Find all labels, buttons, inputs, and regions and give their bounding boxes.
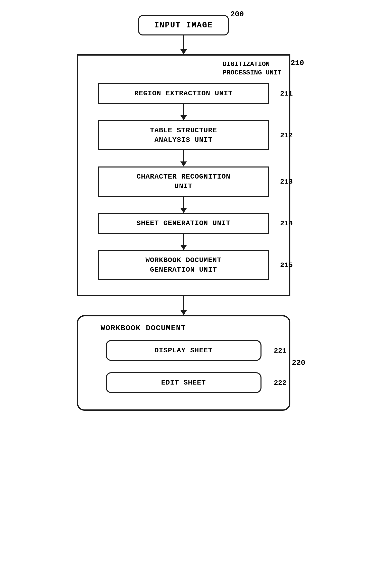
arrow-line-3 xyxy=(183,150,184,161)
unit-215-label: WORKBOOK DOCUMENTGENERATION UNIT xyxy=(145,256,222,274)
arrow-2 xyxy=(180,104,187,120)
input-image-wrapper: INPUT IMAGE 200 xyxy=(138,15,229,35)
unit-213-wrapper: CHARACTER RECOGNITIONUNIT 213 xyxy=(98,166,269,197)
unit-214-box: SHEET GENERATION UNIT xyxy=(98,213,269,234)
unit-211-label: REGION EXTRACTION UNIT xyxy=(134,90,233,97)
unit-212-box: TABLE STRUCTUREANALYSIS UNIT xyxy=(98,120,269,150)
digitization-label: DIGITIZATIONPROCESSING UNIT xyxy=(223,60,281,77)
arrow-head-4 xyxy=(180,208,187,213)
arrow-line-6 xyxy=(183,296,184,310)
unit-212-label: TABLE STRUCTUREANALYSIS UNIT xyxy=(150,127,217,144)
unit-211-wrapper: REGION EXTRACTION UNIT 211 xyxy=(98,83,269,104)
arrow-3 xyxy=(180,150,187,166)
unit-211-box: REGION EXTRACTION UNIT xyxy=(98,83,269,104)
arrow-4 xyxy=(180,197,187,213)
workbook-document-title: WORKBOOK DOCUMENT xyxy=(101,324,186,332)
unit-215-wrapper: WORKBOOK DOCUMENTGENERATION UNIT 215 xyxy=(98,250,269,280)
ref-222: 222 xyxy=(274,379,286,387)
arrow-line-5 xyxy=(183,234,184,245)
sheet-221-box: DISPLAY SHEET xyxy=(106,340,261,361)
arrow-6 xyxy=(180,296,187,315)
digitization-box: DIGITIZATIONPROCESSING UNIT REGION EXTRA… xyxy=(77,54,290,296)
arrow-head-5 xyxy=(180,245,187,250)
ref-212: 212 xyxy=(280,131,293,139)
arrow-head-6 xyxy=(180,310,187,315)
arrow-head-1 xyxy=(180,49,187,54)
arrow-5 xyxy=(180,234,187,250)
workbook-document-wrapper: WORKBOOK DOCUMENT DISPLAY SHEET 221 EDIT… xyxy=(77,315,290,411)
workbook-document-box: WORKBOOK DOCUMENT DISPLAY SHEET 221 EDIT… xyxy=(77,315,290,411)
arrow-head-3 xyxy=(180,161,187,166)
input-image-box: INPUT IMAGE xyxy=(138,15,229,35)
ref-220: 220 xyxy=(292,359,305,367)
ref-210: 210 xyxy=(290,59,304,67)
digitization-label-text: DIGITIZATIONPROCESSING UNIT xyxy=(223,60,281,76)
ref-213: 213 xyxy=(280,178,293,186)
unit-214-wrapper: SHEET GENERATION UNIT 214 xyxy=(98,213,269,234)
unit-213-label: CHARACTER RECOGNITIONUNIT xyxy=(137,173,231,190)
digitization-unit-wrapper: DIGITIZATIONPROCESSING UNIT REGION EXTRA… xyxy=(77,54,290,296)
arrow-line-4 xyxy=(183,197,184,208)
arrow-line-2 xyxy=(183,104,184,115)
unit-215-box: WORKBOOK DOCUMENTGENERATION UNIT xyxy=(98,250,269,280)
arrow-1 xyxy=(180,35,187,54)
sheet-222-box: EDIT SHEET xyxy=(106,372,261,393)
diagram-container: INPUT IMAGE 200 DIGITIZATIONPROCESSING U… xyxy=(0,0,367,588)
unit-213-box: CHARACTER RECOGNITIONUNIT xyxy=(98,166,269,197)
ref-211: 211 xyxy=(280,90,293,97)
arrow-head-2 xyxy=(180,115,187,120)
unit-212-wrapper: TABLE STRUCTUREANALYSIS UNIT 212 xyxy=(98,120,269,150)
sheet-221-wrapper: DISPLAY SHEET 221 xyxy=(106,340,261,361)
ref-215: 215 xyxy=(280,261,293,269)
unit-214-label: SHEET GENERATION UNIT xyxy=(137,219,231,227)
ref-221: 221 xyxy=(274,347,286,354)
arrow-line-1 xyxy=(183,35,184,49)
ref-214: 214 xyxy=(280,219,293,227)
sheet-222-wrapper: EDIT SHEET 222 xyxy=(106,372,261,393)
ref-200: 200 xyxy=(230,10,244,19)
sheet-222-label: EDIT SHEET xyxy=(161,379,206,387)
sheet-221-label: DISPLAY SHEET xyxy=(154,347,213,354)
input-image-label: INPUT IMAGE xyxy=(154,21,213,30)
